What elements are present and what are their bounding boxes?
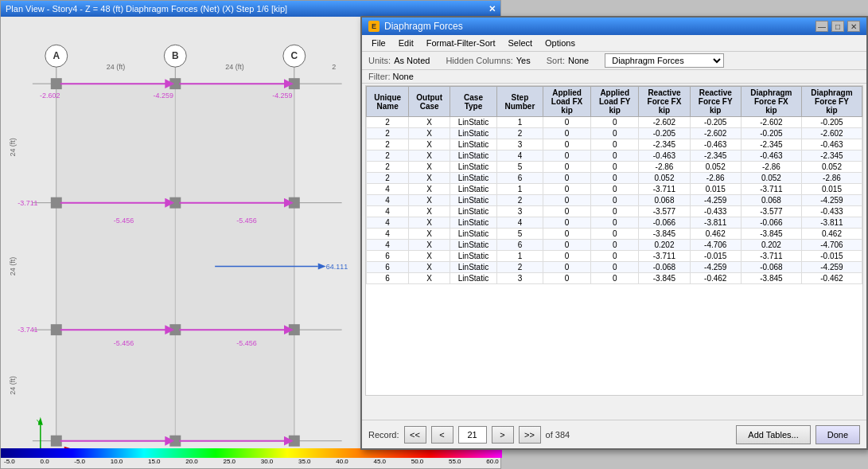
svg-rect-31 <box>169 197 181 209</box>
table-cell: 0 <box>543 240 590 251</box>
table-cell: LinStatic <box>450 273 497 284</box>
table-cell: 0 <box>543 117 590 128</box>
table-cell: 2 <box>367 173 409 184</box>
first-record-button[interactable]: << <box>404 426 426 444</box>
table-row: 2XLinStatic200-0.205-2.602-0.205-2.602 <box>367 128 862 139</box>
svg-rect-19 <box>56 84 294 203</box>
table-cell: -0.205 <box>801 117 862 128</box>
table-cell: 1 <box>496 184 543 195</box>
table-cell: -0.463 <box>801 139 862 150</box>
table-cell: -2.345 <box>639 139 690 150</box>
table-cell: 6 <box>367 273 409 284</box>
table-cell: 2 <box>367 150 409 162</box>
table-cell: X <box>409 240 450 251</box>
table-cell: 0.052 <box>801 162 862 173</box>
table-cell: 4 <box>367 217 409 229</box>
table-cell: -2.602 <box>690 128 741 139</box>
total-records: of 384 <box>546 430 570 440</box>
svg-text:-3.741: -3.741 <box>18 326 37 334</box>
table-cell: -0.462 <box>801 273 862 284</box>
dialog-maximize-button[interactable]: □ <box>831 21 844 32</box>
menu-file[interactable]: File <box>365 37 392 49</box>
color-scale-bar: -5.00.0-5.010.0 15.020.025.030.0 35.040.… <box>1 448 502 468</box>
table-cell: 0 <box>591 229 639 240</box>
table-cell: 0 <box>543 251 590 262</box>
table-cell: 0 <box>543 128 590 139</box>
table-cell: 0.015 <box>801 184 862 195</box>
prev-record-button[interactable]: < <box>431 426 453 444</box>
filter-label: Filter: <box>368 72 391 81</box>
table-cell: -2.345 <box>801 150 862 162</box>
table-cell: 0 <box>543 150 590 162</box>
table-cell: 3 <box>496 273 543 284</box>
table-cell: -2.345 <box>741 139 801 150</box>
table-cell: 0 <box>591 117 639 128</box>
col-diaphragm-force-fx: DiaphragmForce FXkip <box>741 87 801 117</box>
current-record-input[interactable] <box>458 426 487 444</box>
table-cell: -0.205 <box>741 128 801 139</box>
dialog-icon: E <box>368 21 380 32</box>
table-cell: 0 <box>543 195 590 206</box>
svg-marker-39 <box>318 263 326 269</box>
table-type-dropdown[interactable]: Diaphragm Forces <box>605 53 724 68</box>
next-record-button[interactable]: > <box>492 426 514 444</box>
table-cell: -0.066 <box>741 217 801 229</box>
record-label: Record: <box>368 430 399 440</box>
svg-text:B: B <box>172 50 179 61</box>
table-cell: -2.86 <box>690 173 741 184</box>
table-cell: 0 <box>543 229 590 240</box>
table-cell: 4 <box>367 195 409 206</box>
add-tables-button[interactable]: Add Tables... <box>736 425 810 444</box>
bottom-bar: Record: << < > >> of 384 Add Tables... D… <box>362 420 866 448</box>
table-cell: X <box>409 173 450 184</box>
diaphragm-dialog: E Diaphragm Forces — □ ✕ File Edit Forma… <box>360 16 868 450</box>
table-row: 6XLinStatic300-3.845-0.462-3.845-0.462 <box>367 273 862 284</box>
plan-view-title: Plan View - Story4 - Z = 48 (ft) Diaphra… <box>6 4 287 14</box>
table-cell: LinStatic <box>450 240 497 251</box>
dialog-minimize-button[interactable]: — <box>815 21 828 32</box>
table-cell: 0 <box>591 217 639 229</box>
menu-edit[interactable]: Edit <box>392 37 420 49</box>
table-body: 2XLinStatic100-2.602-0.205-2.602-0.2052X… <box>367 117 862 284</box>
table-row: 4XLinStatic100-3.7110.015-3.7110.015 <box>367 184 862 195</box>
table-cell: 0 <box>591 273 639 284</box>
table-cell: -0.433 <box>801 206 862 217</box>
table-cell: X <box>409 262 450 273</box>
last-record-button[interactable]: >> <box>519 426 541 444</box>
svg-text:24 (ft): 24 (ft) <box>9 376 17 394</box>
table-cell: 2 <box>496 128 543 139</box>
done-button[interactable]: Done <box>815 425 860 444</box>
table-cell: 4 <box>367 184 409 195</box>
svg-rect-24 <box>289 78 300 89</box>
table-cell: LinStatic <box>450 195 497 206</box>
table-cell: -0.015 <box>801 251 862 262</box>
table-cell: -2.602 <box>801 128 862 139</box>
table-cell: 1 <box>496 117 543 128</box>
table-cell: 4 <box>367 206 409 217</box>
table-row: 2XLinStatic400-0.463-2.345-0.463-2.345 <box>367 150 862 162</box>
menu-options[interactable]: Options <box>539 37 582 49</box>
table-cell: LinStatic <box>450 184 497 195</box>
svg-text:A: A <box>53 50 60 61</box>
filter-bar: Filter: None <box>362 70 866 84</box>
dialog-close-button[interactable]: ✕ <box>847 21 860 32</box>
table-cell: -0.066 <box>639 217 690 229</box>
table-cell: 3 <box>496 139 543 150</box>
svg-rect-22 <box>51 78 62 89</box>
table-cell: 0 <box>543 162 590 173</box>
svg-text:-4.259: -4.259 <box>272 92 292 100</box>
col-diaphragm-force-fy: DiaphragmForce FYkip <box>801 87 862 117</box>
svg-text:24 (ft): 24 (ft) <box>107 63 125 71</box>
menu-format-filter-sort[interactable]: Format-Filter-Sort <box>420 37 502 49</box>
table-cell: LinStatic <box>450 217 497 229</box>
table-cell: X <box>409 184 450 195</box>
sort-label: Sort: <box>547 56 565 65</box>
table-cell: 4 <box>496 150 543 162</box>
plan-view-close-button[interactable]: ✕ <box>488 4 496 14</box>
table-cell: LinStatic <box>450 173 497 184</box>
table-cell: -0.463 <box>639 150 690 162</box>
table-cell: 0.462 <box>801 229 862 240</box>
data-table-container[interactable]: UniqueName OutputCase CaseType StepNumbe… <box>365 85 863 396</box>
menu-select[interactable]: Select <box>501 37 539 49</box>
svg-text:2: 2 <box>332 63 336 71</box>
